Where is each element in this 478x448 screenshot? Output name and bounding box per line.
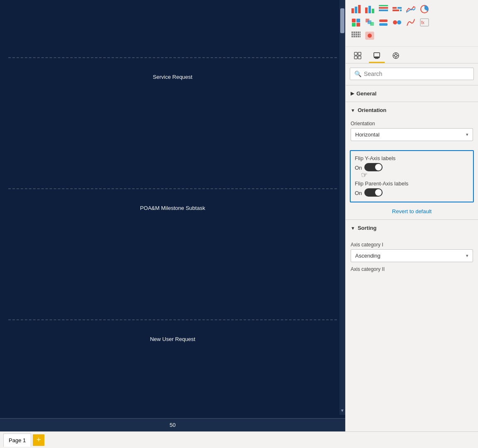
vis-icon-10[interactable] — [391, 17, 403, 28]
svg-rect-45 — [358, 52, 361, 55]
svg-rect-30 — [358, 32, 359, 33]
svg-rect-33 — [354, 34, 355, 35]
svg-rect-5 — [372, 9, 374, 13]
dropdown-chevron-icon: ▾ — [466, 132, 468, 137]
chevron-right-icon: ▶ — [351, 91, 354, 96]
main-area: Service Request POA&M Milestone Subtask … — [0, 0, 478, 431]
toggle-thumb-2 — [375, 189, 382, 196]
tab-fields[interactable] — [350, 49, 366, 63]
chevron-down-icon-2: ▼ — [351, 226, 355, 231]
sorting-section-header[interactable]: ▼ Sorting — [346, 221, 478, 235]
svg-rect-2 — [358, 5, 361, 13]
revert-label: Revert to default — [392, 208, 432, 214]
svg-rect-0 — [351, 8, 354, 13]
icon-row-3 — [350, 30, 474, 41]
svg-rect-36 — [360, 34, 361, 35]
flip-y-label: Flip Y-Axis labels — [355, 155, 469, 161]
svg-rect-17 — [356, 23, 360, 27]
svg-rect-40 — [358, 36, 359, 37]
vis-icon-color[interactable] — [363, 30, 376, 41]
vis-icon-7[interactable] — [350, 17, 362, 28]
toggle-track-2 — [364, 188, 383, 197]
dashed-line — [8, 319, 337, 320]
svg-text:fx: fx — [421, 20, 424, 25]
dropdown-chevron-icon-2: ▾ — [466, 253, 468, 258]
svg-rect-22 — [379, 23, 388, 26]
vis-icon-11[interactable] — [405, 17, 417, 28]
page-1-tab[interactable]: Page 1 — [3, 433, 31, 447]
svg-rect-10 — [398, 7, 402, 9]
flip-parent-on-label: On — [355, 190, 362, 196]
x-axis-value: 50 — [170, 422, 176, 428]
tab-analytics[interactable] — [388, 49, 404, 63]
svg-rect-9 — [393, 7, 397, 9]
svg-rect-27 — [351, 32, 353, 33]
svg-rect-35 — [358, 34, 359, 35]
vis-icon-9[interactable] — [377, 17, 390, 28]
flip-y-toggle-control: On ☞ — [355, 163, 469, 172]
axis-cat-1-label: Axis category I — [351, 242, 473, 248]
vis-icon-2[interactable] — [363, 3, 376, 15]
orientation-dropdown[interactable]: Horizontal ▾ — [351, 128, 473, 141]
panel-tabs — [346, 47, 478, 63]
chart-label-poam: POA&M Milestone Subtask — [140, 205, 205, 211]
dashed-line — [8, 188, 337, 189]
orientation-section-label: Orientation — [358, 107, 386, 113]
flip-parent-toggle-control: On — [355, 188, 469, 197]
svg-rect-38 — [354, 36, 355, 37]
vis-icon-4[interactable] — [391, 3, 403, 15]
svg-point-24 — [397, 20, 401, 24]
vis-icon-1[interactable] — [350, 3, 362, 15]
svg-rect-11 — [393, 10, 399, 11]
axis-cat-2-label: Axis category II — [351, 266, 473, 272]
orientation-value: Horizontal — [355, 131, 380, 138]
search-box[interactable]: 🔍 — [350, 68, 474, 80]
chevron-down-icon: ▼ — [351, 108, 355, 113]
chart-row: POA&M Milestone Subtask — [8, 188, 337, 238]
axis-cat-1-dropdown[interactable]: Ascending ▾ — [351, 249, 473, 262]
search-icon: 🔍 — [354, 71, 361, 77]
chart-label-new-user: New User Request — [150, 336, 195, 342]
chart-inner: Service Request POA&M Milestone Subtask … — [0, 8, 345, 418]
vis-icon-3[interactable] — [377, 3, 390, 15]
svg-rect-32 — [351, 34, 353, 35]
tab-format[interactable] — [369, 49, 385, 63]
dashed-line — [8, 57, 337, 58]
vis-icon-grid[interactable] — [350, 30, 362, 41]
divider — [346, 219, 478, 220]
flip-parent-label: Flip Parent-Axis labels — [355, 180, 469, 187]
scrollbar-thumb[interactable] — [340, 8, 344, 33]
icon-row-2: fx — [350, 17, 474, 28]
flip-section: Flip Y-Axis labels On ☞ Flip Parent-Axis… — [350, 150, 474, 202]
bottom-bar: Page 1 + — [0, 431, 478, 448]
orientation-section-header[interactable]: ▼ Orientation — [346, 103, 478, 117]
svg-rect-44 — [354, 52, 357, 55]
flip-parent-toggle[interactable] — [364, 188, 383, 197]
right-panel: fx — [345, 0, 478, 431]
svg-rect-16 — [352, 23, 356, 27]
visualization-icons: fx — [346, 0, 478, 47]
cursor-icon: ☞ — [361, 170, 368, 180]
scrollbar-down-arrow[interactable]: ▼ — [340, 408, 344, 413]
vis-icon-8[interactable] — [363, 17, 376, 28]
flip-y-on-label: On — [355, 165, 362, 171]
svg-rect-3 — [365, 7, 368, 13]
chart-x-axis: 50 — [0, 418, 345, 431]
revert-button[interactable]: Revert to default — [346, 204, 478, 219]
svg-rect-46 — [354, 56, 357, 59]
add-page-button[interactable]: + — [33, 434, 44, 446]
svg-rect-31 — [360, 32, 361, 33]
toggle-thumb — [375, 164, 382, 170]
general-section-header[interactable]: ▶ General — [346, 86, 478, 101]
svg-rect-6 — [379, 7, 388, 9]
search-input[interactable] — [364, 71, 469, 77]
vis-icon-12[interactable]: fx — [418, 17, 431, 28]
svg-rect-4 — [368, 6, 371, 13]
svg-rect-21 — [379, 19, 388, 22]
svg-rect-28 — [354, 32, 355, 33]
vis-icon-5[interactable] — [405, 3, 417, 15]
sorting-section-label: Sorting — [358, 225, 377, 231]
chart-scrollbar[interactable]: ▼ — [339, 0, 345, 415]
vis-icon-6[interactable] — [418, 3, 431, 15]
toggle-track — [364, 163, 383, 171]
